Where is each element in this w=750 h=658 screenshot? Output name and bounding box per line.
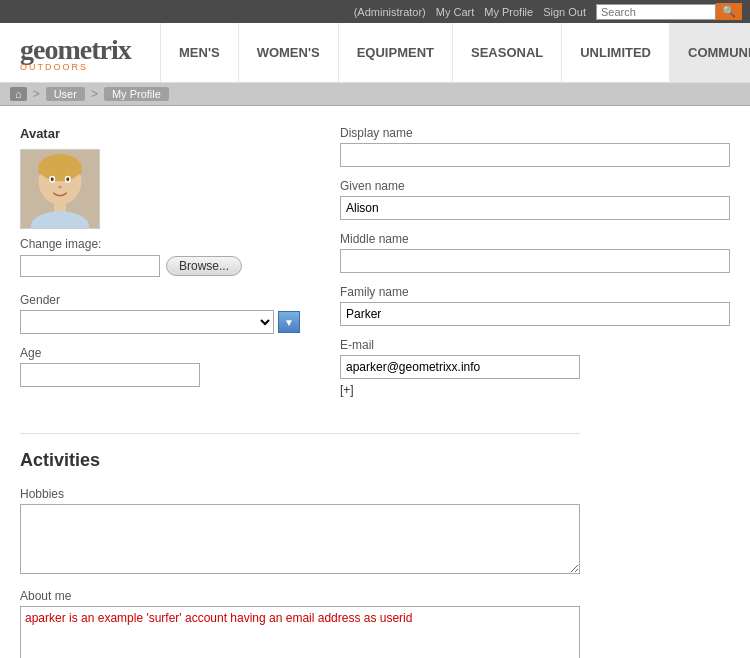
- admin-label: (Administrator): [354, 6, 426, 18]
- content: Avatar: [0, 106, 750, 658]
- top-bar: (Administrator) My Cart My Profile Sign …: [0, 0, 750, 23]
- activities-title: Activities: [20, 450, 580, 471]
- my-profile-link[interactable]: My Profile: [484, 6, 533, 18]
- breadcrumb-sep1: >: [33, 87, 40, 101]
- about-me-group: About me aparker is an example 'surfer' …: [20, 589, 580, 658]
- logo-text: geometrix: [20, 34, 140, 66]
- form-layout: Avatar: [20, 126, 730, 409]
- svg-rect-3: [39, 165, 82, 175]
- browse-button[interactable]: Browse...: [166, 256, 242, 276]
- avatar-label: Avatar: [20, 126, 300, 141]
- nav-seasonal[interactable]: SEASONAL: [452, 23, 561, 82]
- nav-equipment[interactable]: EQUIPMENT: [338, 23, 452, 82]
- family-name-input[interactable]: [340, 302, 730, 326]
- search-input[interactable]: [596, 4, 716, 20]
- about-me-label: About me: [20, 589, 580, 603]
- email-label: E-mail: [340, 338, 730, 352]
- given-name-group: Given name: [340, 179, 730, 220]
- file-input-row: Browse...: [20, 255, 300, 277]
- breadcrumb-sep2: >: [91, 87, 98, 101]
- middle-name-label: Middle name: [340, 232, 730, 246]
- hobbies-group: Hobbies: [20, 487, 580, 577]
- main-nav: MEN'S WOMEN'S EQUIPMENT SEASONAL UNLIMIT…: [160, 23, 750, 82]
- gender-select-arrow[interactable]: ▼: [278, 311, 300, 333]
- gender-label: Gender: [20, 293, 300, 307]
- email-input[interactable]: [340, 355, 580, 379]
- given-name-input[interactable]: [340, 196, 730, 220]
- age-input[interactable]: [20, 363, 200, 387]
- nav-community[interactable]: COMMUNITY: [669, 23, 750, 82]
- header: geometrix OUTDOORS MEN'S WOMEN'S EQUIPME…: [0, 23, 750, 83]
- display-name-group: Display name: [340, 126, 730, 167]
- family-name-group: Family name: [340, 285, 730, 326]
- nav-womens[interactable]: WOMEN'S: [238, 23, 338, 82]
- hobbies-label: Hobbies: [20, 487, 580, 501]
- search-box: 🔍: [596, 3, 742, 20]
- display-name-label: Display name: [340, 126, 730, 140]
- search-button[interactable]: 🔍: [716, 3, 742, 20]
- age-label: Age: [20, 346, 300, 360]
- gender-row: Male Female Other ▼: [20, 310, 300, 334]
- svg-point-6: [51, 177, 54, 181]
- middle-name-group: Middle name: [340, 232, 730, 273]
- file-input-text[interactable]: [20, 255, 160, 277]
- middle-name-input[interactable]: [340, 249, 730, 273]
- given-name-label: Given name: [340, 179, 730, 193]
- my-cart-link[interactable]: My Cart: [436, 6, 475, 18]
- logo: geometrix OUTDOORS: [0, 24, 160, 82]
- breadcrumb-myprofile[interactable]: My Profile: [104, 87, 169, 101]
- nav-mens[interactable]: MEN'S: [160, 23, 238, 82]
- breadcrumb-home[interactable]: ⌂: [10, 87, 27, 101]
- avatar-image: [20, 149, 100, 229]
- nav-unlimited[interactable]: UNLIMITED: [561, 23, 669, 82]
- change-image-label: Change image:: [20, 237, 300, 251]
- left-col: Avatar: [20, 126, 300, 409]
- age-group: Age: [20, 346, 300, 387]
- sign-out-link[interactable]: Sign Out: [543, 6, 586, 18]
- hobbies-textarea[interactable]: [20, 504, 580, 574]
- gender-select[interactable]: Male Female Other: [20, 310, 274, 334]
- about-me-textarea[interactable]: aparker is an example 'surfer' account h…: [20, 606, 580, 658]
- svg-point-7: [66, 177, 69, 181]
- breadcrumb-user[interactable]: User: [46, 87, 85, 101]
- gender-group: Gender Male Female Other ▼: [20, 293, 300, 334]
- family-name-label: Family name: [340, 285, 730, 299]
- svg-point-8: [58, 186, 62, 189]
- breadcrumb: ⌂ > User > My Profile: [0, 83, 750, 106]
- display-name-input[interactable]: [340, 143, 730, 167]
- email-group: E-mail [+]: [340, 338, 730, 397]
- svg-rect-9: [54, 203, 66, 213]
- email-add-link[interactable]: [+]: [340, 383, 730, 397]
- activities-section: Activities Hobbies About me aparker is a…: [20, 433, 580, 658]
- right-col: Display name Given name Middle name Fami…: [340, 126, 730, 409]
